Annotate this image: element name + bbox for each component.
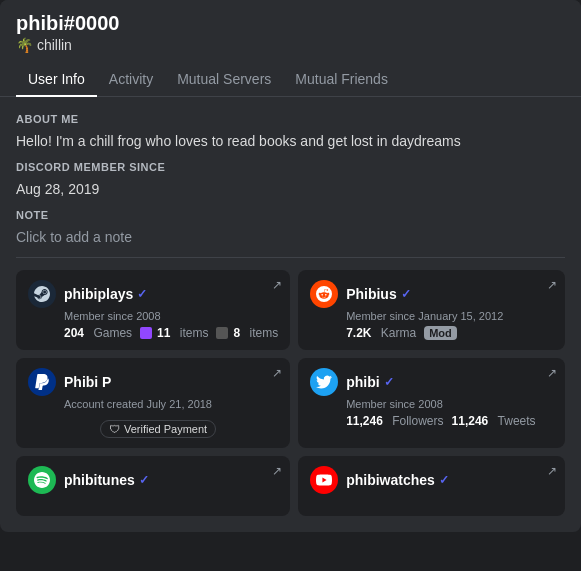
steam-external-icon[interactable]: ↗	[272, 278, 282, 292]
steam-stats: 204 Games 11 items 8 items	[64, 326, 278, 340]
profile-body: ABOUT ME Hello! I'm a chill frog who lov…	[0, 97, 581, 532]
member-since-date: Aug 28, 2019	[16, 181, 565, 197]
tab-mutual-servers[interactable]: Mutual Servers	[165, 63, 283, 97]
reddit-external-icon[interactable]: ↗	[547, 278, 557, 292]
steam-verified: ✓	[137, 287, 147, 301]
paypal-icon	[28, 368, 56, 396]
connection-reddit: Phibius ✓ Member since January 15, 2012 …	[298, 270, 565, 350]
paypal-name: Phibi P	[64, 374, 111, 390]
about-me-text: Hello! I'm a chill frog who loves to rea…	[16, 133, 565, 149]
youtube-external-icon[interactable]: ↗	[547, 464, 557, 478]
connection-steam: phibiplays ✓ Member since 2008 204 Games…	[16, 270, 290, 350]
spotify-name: phibitunes ✓	[64, 472, 149, 488]
mod-badge: Mod	[424, 326, 457, 340]
twitter-verified: ✓	[384, 375, 394, 389]
connection-top: Phibi P	[28, 368, 278, 396]
connections-grid: phibiplays ✓ Member since 2008 204 Games…	[16, 270, 565, 516]
reddit-verified: ✓	[401, 287, 411, 301]
twitter-sub: Member since 2008	[346, 398, 553, 410]
steam-icon	[28, 280, 56, 308]
twitter-external-icon[interactable]: ↗	[547, 366, 557, 380]
connection-twitter: phibi ✓ Member since 2008 11,246 Followe…	[298, 358, 565, 448]
connection-top: phibi ✓	[310, 368, 553, 396]
paypal-badge-area: 🛡 Verified Payment	[64, 416, 278, 438]
connection-top: phibiplays ✓	[28, 280, 278, 308]
connection-top: phibitunes ✓	[28, 466, 278, 494]
twitter-stats: 11,246 Followers 11,246 Tweets	[346, 414, 553, 428]
spotify-external-icon[interactable]: ↗	[272, 464, 282, 478]
connection-top: Phibius ✓	[310, 280, 553, 308]
shield-icon: 🛡	[109, 423, 120, 435]
reddit-sub: Member since January 15, 2012	[346, 310, 553, 322]
paypal-sub: Account created July 21, 2018	[64, 398, 278, 410]
reddit-name: Phibius ✓	[346, 286, 411, 302]
steam-name: phibiplays ✓	[64, 286, 147, 302]
twitch-mini-icon	[140, 327, 152, 339]
twitter-followers-stat: 11,246 Followers	[346, 414, 443, 428]
spotify-icon	[28, 466, 56, 494]
connection-top: phibiwatches ✓	[310, 466, 553, 494]
member-since-label: DISCORD MEMBER SINCE	[16, 161, 565, 173]
reddit-karma-stat: 7.2K Karma	[346, 326, 416, 340]
connection-spotify: phibitunes ✓ ↗	[16, 456, 290, 516]
note-label: NOTE	[16, 209, 565, 221]
about-me-label: ABOUT ME	[16, 113, 565, 125]
steam-items2-stat: 8 items	[216, 326, 278, 340]
twitter-tweets-stat: 11,246 Tweets	[452, 414, 536, 428]
verified-payment-badge: 🛡 Verified Payment	[100, 420, 216, 438]
youtube-icon	[310, 466, 338, 494]
reddit-icon	[310, 280, 338, 308]
paypal-external-icon[interactable]: ↗	[272, 366, 282, 380]
connection-paypal: Phibi P Account created July 21, 2018 🛡 …	[16, 358, 290, 448]
twitter-name: phibi ✓	[346, 374, 393, 390]
status-emoji: 🌴	[16, 37, 33, 53]
steam-sub: Member since 2008	[64, 310, 278, 322]
steam-items1-stat: 11 items	[140, 326, 208, 340]
tabs: User Info Activity Mutual Servers Mutual…	[0, 63, 581, 97]
youtube-name: phibiwatches ✓	[346, 472, 449, 488]
spotify-verified: ✓	[139, 473, 149, 487]
connection-youtube: phibiwatches ✓ ↗	[298, 456, 565, 516]
steam-games-stat: 204 Games	[64, 326, 132, 340]
youtube-verified: ✓	[439, 473, 449, 487]
username: phibi#0000	[16, 12, 565, 35]
note-input[interactable]: Click to add a note	[16, 229, 565, 245]
steam-overlay-icon	[216, 327, 228, 339]
tab-mutual-friends[interactable]: Mutual Friends	[283, 63, 400, 97]
status: 🌴 chillin	[16, 37, 565, 53]
profile-container: phibi#0000 🌴 chillin User Info Activity …	[0, 0, 581, 532]
twitter-icon	[310, 368, 338, 396]
tab-user-info[interactable]: User Info	[16, 63, 97, 97]
profile-header: phibi#0000 🌴 chillin User Info Activity …	[0, 0, 581, 97]
status-text: chillin	[37, 37, 72, 53]
divider	[16, 257, 565, 258]
reddit-stats: 7.2K Karma Mod	[346, 326, 553, 340]
tab-activity[interactable]: Activity	[97, 63, 165, 97]
